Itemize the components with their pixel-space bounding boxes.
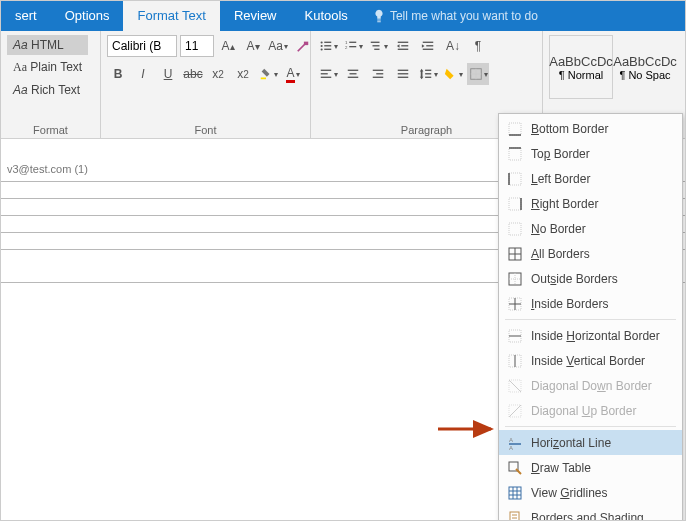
menu-inside-borders[interactable]: Inside Borders (499, 291, 682, 316)
borders-button[interactable] (467, 63, 489, 85)
diag-up-icon (507, 403, 523, 419)
svg-rect-29 (398, 73, 409, 74)
tab-format-text[interactable]: Format Text (123, 1, 219, 31)
justify-button[interactable] (392, 63, 414, 85)
subscript-button[interactable]: x2 (207, 63, 229, 85)
tab-kutools[interactable]: Kutools (291, 1, 362, 31)
change-case-button[interactable]: Aa (267, 35, 289, 57)
shrink-font-button[interactable]: A▾ (242, 35, 264, 57)
inside-v-border-icon (507, 353, 523, 369)
menu-borders-shading[interactable]: Borders and Shading... (499, 505, 682, 521)
svg-rect-5 (324, 49, 331, 50)
svg-rect-31 (425, 70, 431, 71)
tab-review[interactable]: Review (220, 1, 291, 31)
bullets-button[interactable] (317, 35, 339, 57)
font-size-combo[interactable]: 11 (180, 35, 214, 57)
svg-line-60 (509, 380, 521, 392)
highlight-button[interactable] (257, 63, 279, 85)
align-left-button[interactable] (317, 63, 339, 85)
svg-rect-45 (509, 223, 521, 235)
svg-rect-24 (348, 77, 359, 78)
menu-separator (505, 319, 676, 320)
multilevel-button[interactable] (367, 35, 389, 57)
svg-rect-13 (398, 42, 409, 43)
right-border-icon (507, 196, 523, 212)
svg-text:A: A (509, 437, 513, 443)
svg-text:A: A (509, 445, 513, 450)
menu-diag-down: Diagonal Down Border (499, 373, 682, 398)
font-group-label: Font (101, 124, 310, 138)
clear-format-button[interactable] (292, 35, 314, 57)
font-color-button[interactable]: A (282, 63, 304, 85)
svg-rect-4 (324, 45, 331, 46)
inside-h-border-icon (507, 328, 523, 344)
style-normal-label: ¶ Normal (559, 69, 603, 81)
svg-text:2: 2 (344, 45, 347, 50)
svg-rect-27 (373, 77, 384, 78)
svg-rect-16 (423, 42, 434, 43)
pilcrow-button[interactable]: ¶ (467, 35, 489, 57)
style-normal[interactable]: AaBbCcDc ¶ Normal (549, 35, 613, 99)
menu-left-border[interactable]: Left Border (499, 166, 682, 191)
increase-indent-button[interactable] (417, 35, 439, 57)
bold-button[interactable]: B (107, 63, 129, 85)
svg-rect-22 (348, 70, 359, 71)
menu-outside-borders[interactable]: Outside Borders (499, 266, 682, 291)
menu-horizontal-line[interactable]: AAHorizontal Line (499, 430, 682, 455)
italic-button[interactable]: I (132, 63, 154, 85)
horizontal-line-icon: AA (507, 435, 523, 451)
superscript-button[interactable]: x2 (232, 63, 254, 85)
svg-point-0 (320, 41, 322, 43)
menu-all-borders[interactable]: All Borders (499, 241, 682, 266)
grow-font-button[interactable]: A▴ (217, 35, 239, 57)
html-format-button[interactable]: Aa HTML (7, 35, 88, 55)
draw-table-icon (507, 460, 523, 476)
menu-bottom-border[interactable]: BBottom Borderottom Border (499, 116, 682, 141)
menu-inside-v-border[interactable]: Inside Vertical Border (499, 348, 682, 373)
underline-button[interactable]: U (157, 63, 179, 85)
diag-down-icon (507, 378, 523, 394)
line-spacing-button[interactable] (417, 63, 439, 85)
shading-button[interactable] (442, 63, 464, 85)
style-no-spacing[interactable]: AaBbCcDc ¶ No Spac (615, 35, 675, 99)
svg-point-1 (320, 45, 322, 47)
tab-insert[interactable]: sert (1, 1, 51, 31)
svg-rect-14 (401, 45, 408, 46)
svg-rect-15 (398, 49, 409, 50)
tab-options[interactable]: Options (51, 1, 124, 31)
svg-rect-11 (372, 45, 379, 46)
outside-borders-icon (507, 271, 523, 287)
format-group-label: Format (1, 124, 100, 138)
style-nospace-label: ¶ No Spac (619, 69, 670, 81)
plain-text-button[interactable]: Aa Plain Text (7, 57, 88, 78)
svg-rect-19 (320, 70, 331, 71)
svg-rect-43 (509, 198, 521, 210)
sort-button[interactable]: A↓ (442, 35, 464, 57)
gridlines-icon (507, 485, 523, 501)
menu-top-border[interactable]: Top Border (499, 141, 682, 166)
font-name-combo[interactable]: Calibri (B (107, 35, 177, 57)
svg-rect-9 (349, 46, 356, 47)
strike-button[interactable]: abc (182, 63, 204, 85)
align-right-button[interactable] (367, 63, 389, 85)
rich-text-button[interactable]: Aa Rich Text (7, 80, 88, 100)
borders-dropdown: BBottom Borderottom Border Top Border Le… (498, 113, 683, 521)
menu-view-gridlines[interactable]: View Gridlines (499, 480, 682, 505)
svg-rect-32 (425, 73, 431, 74)
tell-me-search[interactable]: Tell me what you want to do (362, 1, 548, 31)
inside-borders-icon (507, 296, 523, 312)
svg-point-2 (320, 48, 322, 50)
menu-separator (505, 426, 676, 427)
menu-draw-table[interactable]: Draw Table (499, 455, 682, 480)
menu-right-border[interactable]: Right Border (499, 191, 682, 216)
svg-rect-39 (509, 148, 521, 160)
callout-arrow-icon (436, 419, 501, 439)
menu-no-border[interactable]: No Border (499, 216, 682, 241)
menu-inside-h-border[interactable]: Inside Horizontal Border (499, 323, 682, 348)
align-center-button[interactable] (342, 63, 364, 85)
numbering-button[interactable]: 12 (342, 35, 364, 57)
svg-rect-23 (350, 73, 357, 74)
bottom-border-icon (507, 121, 523, 137)
decrease-indent-button[interactable] (392, 35, 414, 57)
svg-rect-20 (320, 73, 327, 74)
